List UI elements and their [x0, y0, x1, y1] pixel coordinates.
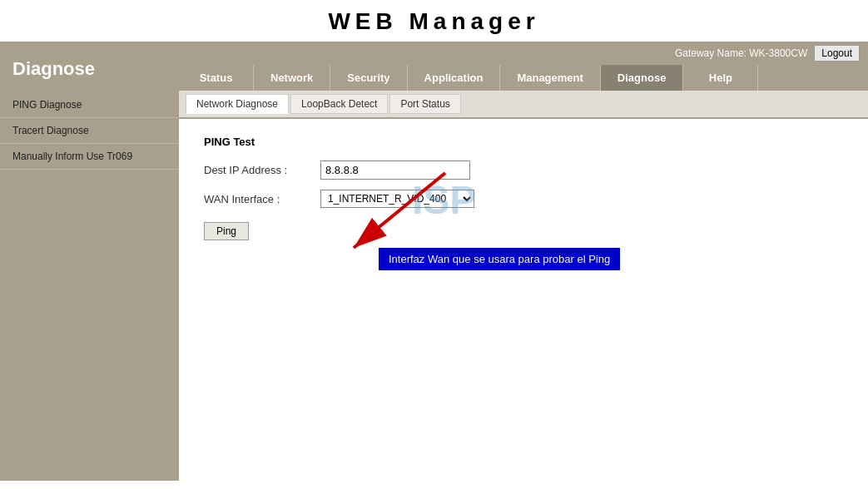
wan-interface-select[interactable]: 1_INTERNET_R_VID_400 2_INTERNET_R_VID_50… — [320, 190, 474, 208]
dest-ip-input[interactable] — [320, 161, 470, 180]
ping-test-title: PING Test — [204, 136, 843, 148]
nav-item-status[interactable]: Status — [179, 65, 254, 91]
nav-item-diagnose[interactable]: Diagnose — [601, 65, 684, 91]
page-title-bar: WEB Manager — [0, 0, 868, 42]
content-area: PING Test Dest IP Address : WAN Interfac… — [179, 119, 868, 481]
wan-interface-row: WAN Interface : 1_INTERNET_R_VID_400 2_I… — [204, 190, 843, 208]
logout-button[interactable]: Logout — [814, 45, 860, 62]
svg-line-1 — [354, 173, 445, 248]
top-bar: Gateway Name: WK-3800CW Logout — [179, 42, 868, 65]
sidebar: Diagnose PING Diagnose Tracert Diagnose … — [0, 42, 179, 481]
sidebar-item-tracert-diagnose[interactable]: Tracert Diagnose — [0, 118, 179, 144]
gateway-name-label: Gateway Name: WK-3800CW — [675, 47, 807, 59]
nav-item-help[interactable]: Help — [683, 65, 758, 91]
sidebar-item-ping-diagnose[interactable]: PING Diagnose — [0, 92, 179, 118]
nav-item-application[interactable]: Application — [408, 65, 501, 91]
dest-ip-label: Dest IP Address : — [204, 164, 320, 176]
nav-item-management[interactable]: Management — [500, 65, 600, 91]
app-title: WEB Manager — [0, 8, 868, 35]
sidebar-item-manually-inform[interactable]: Manually Inform Use Tr069 — [0, 144, 179, 170]
tooltip-box: Interfaz Wan que se usara para probar el… — [379, 248, 620, 270]
dest-ip-row: Dest IP Address : — [204, 161, 843, 180]
sidebar-title: Diagnose — [0, 50, 179, 92]
main-panel: Gateway Name: WK-3800CW Logout Status Ne… — [179, 42, 868, 481]
wan-interface-label: WAN Interface : — [204, 193, 320, 205]
subnav-network-diagnose[interactable]: Network Diagnose — [186, 94, 289, 114]
sub-nav: Network Diagnose LoopBack Detect Port St… — [179, 91, 868, 119]
nav-item-network[interactable]: Network — [254, 65, 330, 91]
nav-item-security[interactable]: Security — [330, 65, 407, 91]
subnav-loopback-detect[interactable]: LoopBack Detect — [290, 94, 388, 114]
ping-button[interactable]: Ping — [204, 222, 249, 240]
nav-bar: Status Network Security Application Mana… — [179, 65, 868, 91]
subnav-port-status[interactable]: Port Status — [389, 94, 460, 114]
